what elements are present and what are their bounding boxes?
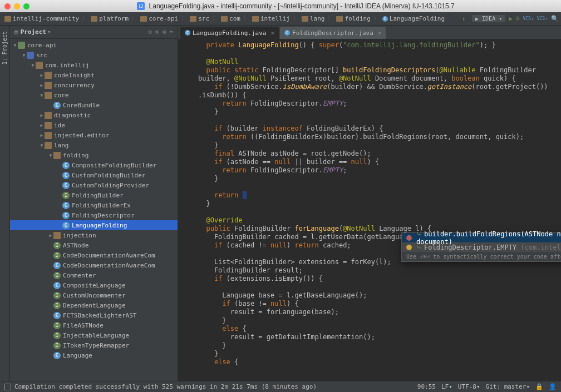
tree-row[interactable]: CFoldingDescriptor bbox=[10, 210, 178, 220]
class-icon: C bbox=[53, 352, 61, 359]
cursor-position[interactable]: 90:55 bbox=[417, 383, 436, 390]
tree-row[interactable]: IASTNode bbox=[10, 240, 178, 250]
collapse-all-icon[interactable]: ⇱ bbox=[155, 28, 159, 36]
hide-panel-icon[interactable]: ⬌ bbox=[169, 28, 173, 36]
breadcrumb-separator: 〉 bbox=[131, 14, 137, 23]
scroll-from-source-icon[interactable]: ⊕ bbox=[149, 28, 152, 36]
tree-row[interactable]: core-api bbox=[10, 40, 178, 50]
vcs-commit-icon[interactable]: VCS↑ bbox=[537, 16, 548, 21]
project-view-switcher-icon[interactable]: ▤ bbox=[14, 28, 18, 36]
breadcrumb-item[interactable]: com bbox=[219, 15, 243, 22]
breadcrumb-item[interactable]: src bbox=[188, 15, 211, 22]
tree-arrow-icon[interactable] bbox=[12, 43, 18, 48]
tree-row[interactable]: CCodeDocumentationAwareCom bbox=[10, 260, 178, 270]
hector-icon[interactable]: 👤 bbox=[549, 383, 557, 390]
tree-row[interactable]: CCompositeFoldingBuilder bbox=[10, 160, 178, 170]
tree-arrow-icon[interactable] bbox=[48, 153, 53, 158]
tree-arrow-icon[interactable] bbox=[21, 53, 27, 58]
project-view-dropdown-icon[interactable]: ▾ bbox=[47, 28, 51, 36]
interface-icon: I bbox=[53, 292, 61, 299]
breadcrumb-item[interactable]: lang bbox=[299, 15, 327, 22]
breadcrumb-item[interactable]: platform bbox=[88, 15, 131, 22]
status-toggle-icon[interactable] bbox=[4, 384, 11, 390]
code-completion-popup[interactable]: ⤷builder.buildFoldRegions(ASTNode node, … bbox=[401, 232, 561, 262]
tree-row[interactable]: CFCTSBackedLighterAST bbox=[10, 310, 178, 320]
package-icon bbox=[45, 112, 52, 119]
tree-row[interactable]: CLanguage bbox=[10, 350, 178, 360]
tree-row[interactable]: injected.editor bbox=[10, 130, 178, 140]
code-editor[interactable]: private LanguageFolding() { super("com.i… bbox=[178, 39, 561, 381]
class-icon: C bbox=[382, 16, 388, 22]
tree-row[interactable]: IFileASTNode bbox=[10, 320, 178, 330]
tree-row[interactable]: CFoldingBuilderEx bbox=[10, 200, 178, 210]
zoom-window-icon[interactable] bbox=[23, 3, 29, 9]
tree-row[interactable]: concurrency bbox=[10, 80, 178, 90]
project-toolwindow-tab[interactable]: 1: Project bbox=[2, 28, 8, 68]
breadcrumb-item[interactable]: intellij-community bbox=[2, 15, 81, 22]
git-branch[interactable]: Git: master▾ bbox=[486, 383, 530, 390]
tree-arrow-icon[interactable] bbox=[39, 133, 45, 138]
tree-row[interactable]: lang bbox=[10, 140, 178, 150]
ide-lock-icon[interactable]: 🔒 bbox=[535, 383, 543, 390]
project-tree[interactable]: core-apisrccom.intellijcodeInsightconcur… bbox=[10, 39, 178, 381]
tree-row[interactable]: core bbox=[10, 90, 178, 100]
breadcrumb-label: lang bbox=[310, 15, 325, 22]
close-window-icon[interactable] bbox=[4, 3, 11, 9]
tree-row[interactable]: CLanguageFolding bbox=[10, 220, 178, 230]
file-encoding[interactable]: UTF-8▾ bbox=[458, 383, 480, 390]
tree-row[interactable]: diagnostic bbox=[10, 110, 178, 120]
tree-row[interactable]: IDependentLanguage bbox=[10, 300, 178, 310]
tree-arrow-icon[interactable] bbox=[39, 143, 45, 148]
tree-row[interactable]: IFoldingBuilder bbox=[10, 190, 178, 200]
search-everywhere-icon[interactable]: 🔍 bbox=[551, 15, 559, 22]
tree-row[interactable]: ICustomUncommenter bbox=[10, 290, 178, 300]
tree-arrow-icon[interactable] bbox=[39, 73, 45, 78]
window-titlebar: IJ LanguageFolding.java - intellij-commu… bbox=[0, 0, 561, 12]
tree-arrow-icon[interactable] bbox=[39, 123, 45, 128]
tree-row[interactable]: folding bbox=[10, 150, 178, 160]
tree-arrow-icon[interactable] bbox=[30, 63, 36, 68]
breadcrumb-item[interactable]: core-api bbox=[138, 15, 180, 22]
tree-arrow-icon[interactable] bbox=[39, 83, 45, 88]
vcs-update-icon[interactable]: VCS↓ bbox=[523, 16, 533, 21]
tree-row[interactable]: CCustomFoldingProvider bbox=[10, 180, 178, 190]
traffic-lights[interactable] bbox=[4, 3, 29, 9]
tree-row[interactable]: CCustomFoldingBuilder bbox=[10, 170, 178, 180]
settings-gear-icon[interactable]: ⚙ bbox=[163, 28, 166, 36]
tree-arrow-icon[interactable] bbox=[39, 113, 45, 118]
tree-row[interactable]: ICodeDocumentationAwareCom bbox=[10, 250, 178, 260]
breadcrumb-item[interactable]: CLanguageFolding bbox=[380, 15, 447, 22]
tree-row[interactable]: com.intellij bbox=[10, 60, 178, 70]
breadcrumb-item[interactable]: intellij bbox=[250, 15, 292, 22]
build-icon[interactable]: ⬇ bbox=[462, 16, 469, 22]
folder-icon bbox=[336, 16, 343, 22]
breadcrumb-item[interactable]: folding bbox=[334, 15, 372, 22]
breadcrumb-label: intellij-community bbox=[13, 15, 79, 22]
debug-icon[interactable]: ⌾ bbox=[516, 15, 520, 22]
close-tab-icon[interactable]: × bbox=[378, 29, 382, 37]
tree-row[interactable]: CCoreBundle bbox=[10, 100, 178, 110]
tree-arrow-icon[interactable] bbox=[48, 233, 53, 238]
close-tab-icon[interactable]: × bbox=[270, 29, 274, 37]
tree-row[interactable]: IITokenTypeRemapper bbox=[10, 340, 178, 350]
line-separator[interactable]: LF▾ bbox=[441, 383, 452, 390]
breadcrumb-separator: 〉 bbox=[373, 14, 380, 23]
tree-arrow-icon[interactable] bbox=[39, 93, 45, 98]
run-configuration-selector[interactable]: ▶ IDEA ▾ bbox=[472, 15, 505, 22]
tree-row[interactable]: src bbox=[10, 50, 178, 60]
project-panel-title[interactable]: Project bbox=[21, 28, 46, 36]
editor-tab[interactable]: CLanguageFolding.java× bbox=[180, 27, 279, 39]
completion-item[interactable]: ⤷FoldingDescriptor.EMPTY (com.intellij.l… bbox=[402, 242, 561, 252]
tree-row[interactable]: ICommenter bbox=[10, 270, 178, 280]
tree-row[interactable]: codeInsight bbox=[10, 70, 178, 80]
editor-tab[interactable]: CFoldingDescriptor.java× bbox=[280, 27, 386, 39]
tree-label: LanguageFolding bbox=[72, 222, 127, 229]
minimize-window-icon[interactable] bbox=[14, 3, 20, 9]
run-icon[interactable]: ▶ bbox=[509, 15, 513, 22]
tree-row[interactable]: IInjectableLanguage bbox=[10, 330, 178, 340]
tree-label: ide bbox=[54, 122, 65, 129]
tree-row[interactable]: CCompositeLanguage bbox=[10, 280, 178, 290]
completion-item[interactable]: ⤷builder.buildFoldRegions(ASTNode node, … bbox=[402, 233, 561, 242]
tree-row[interactable]: ide bbox=[10, 120, 178, 130]
tree-row[interactable]: injection bbox=[10, 230, 178, 240]
